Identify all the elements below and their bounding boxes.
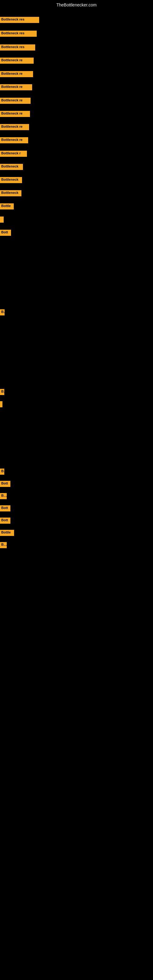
bottleneck-bar[interactable]: Bottleneck res [0, 17, 39, 23]
bottleneck-bar[interactable]: Bottleneck r [0, 151, 27, 157]
bottleneck-bar[interactable]: B [0, 309, 5, 315]
bottleneck-bar[interactable]: Bott [0, 481, 10, 487]
bottleneck-bar[interactable]: Bottleneck re [0, 124, 29, 130]
bottleneck-bar[interactable]: Bott [0, 517, 10, 524]
bottleneck-bar[interactable]: Bottleneck re [0, 111, 30, 117]
bottleneck-bar[interactable] [0, 401, 2, 407]
bottleneck-bar[interactable]: Bottleneck [0, 177, 22, 183]
bottleneck-bar[interactable]: Bottle [0, 204, 14, 210]
bottleneck-bar[interactable]: Bo [0, 493, 7, 499]
bottleneck-bar[interactable]: Bottleneck re [0, 98, 30, 104]
bottleneck-bar[interactable]: Bottleneck re [0, 71, 33, 77]
bottleneck-bar[interactable]: Bottleneck [0, 164, 23, 170]
bottleneck-bar[interactable]: Bottle [0, 530, 14, 536]
bottleneck-bar[interactable]: Bott [0, 505, 10, 511]
bottleneck-bar[interactable]: Bott [0, 230, 11, 236]
bottleneck-bar[interactable]: Bottleneck re [0, 137, 28, 143]
bottleneck-bar[interactable]: Bottleneck re [0, 84, 32, 90]
bottleneck-bar[interactable]: Bottleneck re [0, 57, 33, 64]
bottleneck-bar[interactable]: B [0, 389, 4, 395]
site-title: TheBottlenecker.com [0, 0, 153, 9]
bottleneck-bar[interactable]: Bottleneck res [0, 45, 35, 51]
bottleneck-bar[interactable]: B [0, 469, 4, 475]
bottleneck-bar[interactable]: Bo [0, 542, 7, 548]
bottleneck-bar[interactable]: Bottleneck res [0, 30, 37, 37]
bottleneck-bar[interactable]: Bottleneck [0, 190, 21, 196]
bottleneck-bar[interactable] [0, 216, 4, 223]
